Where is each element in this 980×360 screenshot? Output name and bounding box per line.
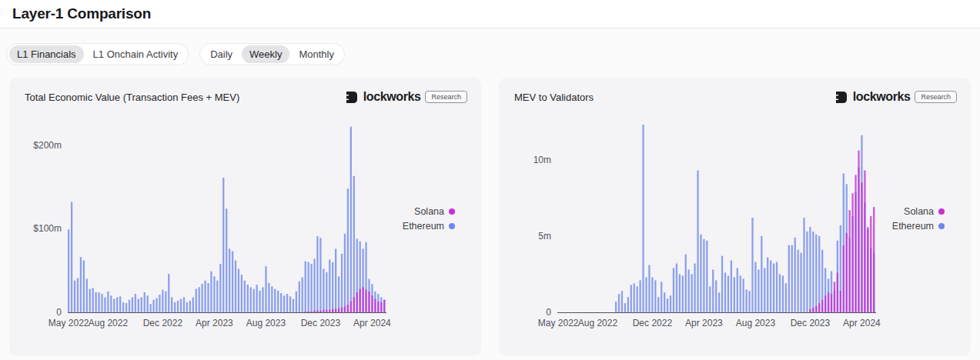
svg-text:$200m: $200m [33, 140, 62, 151]
blockworks-logo-icon [836, 92, 848, 103]
chart-legend: Solana Ethereum [892, 206, 945, 232]
chart-title: Total Economic Value (Transaction Fees +… [25, 92, 239, 103]
svg-text:Apr 2024: Apr 2024 [353, 318, 391, 328]
tab-l1-onchain-activity[interactable]: L1 Onchain Activity [85, 45, 186, 63]
toolbar: L1 Financials L1 Onchain Activity Daily … [6, 43, 980, 65]
blockworks-brand: lockworks Research [836, 90, 957, 104]
tab-l1-financials[interactable]: L1 Financials [9, 45, 84, 63]
svg-text:5m: 5m [538, 231, 551, 242]
legend-label: Ethereum [403, 221, 444, 232]
tab-daily[interactable]: Daily [202, 45, 240, 63]
research-badge: Research [915, 91, 957, 103]
svg-text:Dec 2023: Dec 2023 [301, 318, 341, 328]
panel-header: MEV to Validators lockworks Research [499, 78, 971, 104]
blockworks-brand: lockworks Research [346, 90, 467, 104]
legend-label: Ethereum [892, 221, 934, 232]
brand-wordmark: lockworks [363, 90, 421, 104]
brand-wordmark: lockworks [853, 90, 911, 104]
svg-text:Aug 2022: Aug 2022 [578, 318, 618, 328]
panel-header: Total Economic Value (Transaction Fees +… [9, 78, 481, 104]
svg-text:Dec 2022: Dec 2022 [633, 318, 673, 328]
blockworks-logo-icon [346, 92, 358, 103]
app-header: Layer-1 Comparison [0, 0, 980, 28]
svg-text:0: 0 [546, 307, 551, 318]
chart-legend: Solana Ethereum [403, 206, 455, 232]
svg-text:Apr 2023: Apr 2023 [685, 318, 723, 328]
view-tab-group: L1 Financials L1 Onchain Activity [6, 43, 189, 65]
chart-panels: Total Economic Value (Transaction Fees +… [9, 78, 971, 356]
svg-text:$100m: $100m [33, 223, 62, 234]
chart-canvas-mev-to-validators[interactable]: 05m10mMay 2022Aug 2022Dec 2022Apr 2023Au… [508, 108, 908, 339]
legend-label: Solana [904, 206, 934, 217]
period-tab-group: Daily Weekly Monthly [199, 43, 345, 65]
ethereum-dot-icon [449, 223, 455, 229]
panel-mev-to-validators: MEV to Validators lockworks Research 05m… [499, 78, 971, 356]
svg-text:10m: 10m [533, 155, 551, 165]
legend-label: Solana [414, 206, 444, 217]
panel-total-economic-value: Total Economic Value (Transaction Fees +… [9, 78, 481, 356]
tab-monthly[interactable]: Monthly [291, 45, 342, 63]
legend-item-solana[interactable]: Solana [904, 206, 945, 217]
svg-text:May 2022: May 2022 [48, 318, 89, 328]
svg-text:Apr 2023: Apr 2023 [196, 318, 233, 328]
svg-text:Apr 2024: Apr 2024 [843, 318, 881, 328]
solana-dot-icon [938, 208, 945, 215]
research-badge: Research [425, 91, 467, 103]
chart-title: MEV to Validators [514, 92, 594, 103]
solana-dot-icon [449, 208, 455, 215]
svg-text:Aug 2023: Aug 2023 [246, 318, 286, 328]
page-title: Layer-1 Comparison [12, 5, 151, 22]
svg-text:Dec 2022: Dec 2022 [143, 318, 183, 328]
svg-text:0: 0 [56, 307, 62, 318]
legend-item-solana[interactable]: Solana [414, 206, 455, 217]
ethereum-dot-icon [938, 223, 945, 229]
svg-text:Aug 2022: Aug 2022 [89, 318, 129, 328]
svg-text:May 2022: May 2022 [538, 318, 579, 328]
legend-item-ethereum[interactable]: Ethereum [892, 221, 945, 232]
legend-item-ethereum[interactable]: Ethereum [403, 221, 455, 232]
tab-weekly[interactable]: Weekly [242, 45, 289, 63]
svg-text:Dec 2023: Dec 2023 [791, 318, 831, 328]
chart-canvas-total-economic-value[interactable]: 0$100m$200mMay 2022Aug 2022Dec 2022Apr 2… [18, 108, 419, 339]
svg-text:Aug 2023: Aug 2023 [736, 318, 776, 328]
